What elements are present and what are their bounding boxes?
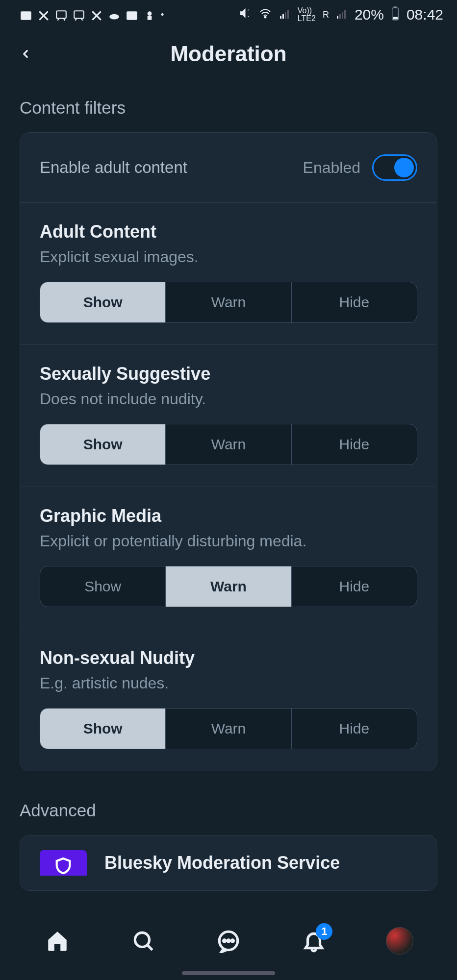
filter-graphic-media: Graphic Media Explicit or potentially di… <box>20 487 437 629</box>
battery-icon <box>391 6 400 24</box>
filter-sexually-suggestive: Sexually Suggestive Does not include nud… <box>20 345 437 487</box>
filter-adult-content: Adult Content Explicit sexual images. Sh… <box>20 203 437 345</box>
section-heading-advanced: Advanced <box>20 801 437 820</box>
nav-home[interactable] <box>43 926 72 956</box>
home-indicator[interactable] <box>182 971 275 975</box>
notification-badge: 1 <box>316 923 332 940</box>
section-heading-content-filters: Content filters <box>20 98 437 118</box>
filter-title: Graphic Media <box>40 506 417 526</box>
seg-warn[interactable]: Warn <box>166 282 291 322</box>
webtoon-icon-2 <box>126 9 138 20</box>
x-app-icon-2 <box>90 9 103 20</box>
filter-desc: Explicit or potentially disturbing media… <box>40 532 417 550</box>
filter-desc: Does not include nudity. <box>40 390 417 408</box>
mute-icon <box>239 6 252 23</box>
nav-profile[interactable] <box>385 926 414 956</box>
status-bar: • Vo))LTE2 R 20% 08:42 <box>0 0 457 29</box>
content-filters-card: Enable adult content Enabled Adult Conte… <box>20 132 437 771</box>
seg-warn[interactable]: Warn <box>166 566 291 607</box>
content: Content filters Enable adult content Ena… <box>0 78 457 891</box>
nav-chat[interactable] <box>214 926 243 956</box>
svg-point-3 <box>109 14 119 20</box>
filter-title: Non-sexual Nudity <box>40 648 417 668</box>
more-dot-icon: • <box>161 10 164 20</box>
svg-point-5 <box>148 11 152 16</box>
svg-point-18 <box>135 932 149 947</box>
svg-point-6 <box>264 17 266 18</box>
svg-rect-14 <box>344 10 346 19</box>
svg-rect-8 <box>282 14 284 19</box>
seg-hide[interactable]: Hide <box>292 709 417 749</box>
clock: 08:42 <box>406 6 443 23</box>
advanced-section: Advanced Bluesky Moderation Service <box>20 801 437 891</box>
status-right: Vo))LTE2 R 20% 08:42 <box>239 6 443 24</box>
bluesky-moderation-service-row[interactable]: Bluesky Moderation Service <box>20 835 437 891</box>
svg-rect-13 <box>342 12 343 19</box>
segmented-control: Show Warn Hide <box>40 282 417 323</box>
signal-icon-2 <box>336 6 348 23</box>
filter-desc: Explicit sexual images. <box>40 248 417 266</box>
svg-rect-10 <box>287 10 289 19</box>
svg-rect-12 <box>339 14 341 19</box>
battery-pct: 20% <box>355 6 384 23</box>
network-label: Vo))LTE2 <box>298 7 316 23</box>
seg-show[interactable]: Show <box>40 282 166 322</box>
wifi-icon <box>258 6 272 23</box>
seg-show[interactable]: Show <box>40 709 166 749</box>
enable-adult-content-label: Enable adult content <box>40 158 187 177</box>
signal-icon <box>279 6 291 23</box>
filter-desc: E.g. artistic nudes. <box>40 674 417 692</box>
segmented-control: Show Warn Hide <box>40 708 417 749</box>
advanced-item-title: Bluesky Moderation Service <box>104 853 340 873</box>
twitch-icon-2 <box>73 9 85 20</box>
seg-hide[interactable]: Hide <box>292 282 417 322</box>
filter-title: Adult Content <box>40 221 417 242</box>
enable-status-text: Enabled <box>303 159 360 177</box>
seg-warn[interactable]: Warn <box>166 424 291 465</box>
nav-notifications[interactable]: 1 <box>299 926 329 956</box>
svg-rect-11 <box>337 16 338 19</box>
svg-point-23 <box>231 940 233 942</box>
webtoon-icon <box>20 9 32 20</box>
seg-hide[interactable]: Hide <box>292 424 417 465</box>
page-title: Moderation <box>170 42 286 66</box>
enable-right: Enabled <box>303 154 417 181</box>
toggle-knob <box>394 158 414 177</box>
app-icon <box>143 9 156 20</box>
back-button[interactable] <box>15 43 36 65</box>
x-app-icon <box>37 9 50 20</box>
svg-rect-9 <box>285 12 286 19</box>
enable-adult-content-toggle[interactable] <box>372 154 417 181</box>
svg-rect-16 <box>394 6 396 8</box>
svg-point-21 <box>224 940 226 942</box>
page-header: Moderation <box>0 29 457 78</box>
seg-hide[interactable]: Hide <box>292 566 417 607</box>
seg-warn[interactable]: Warn <box>166 709 291 749</box>
filter-title: Sexually Suggestive <box>40 364 417 384</box>
svg-rect-0 <box>21 11 31 20</box>
enable-adult-content-row: Enable adult content Enabled <box>20 133 437 203</box>
nav-search[interactable] <box>128 926 158 956</box>
seg-show[interactable]: Show <box>40 424 166 465</box>
svg-rect-2 <box>74 11 84 18</box>
seg-show[interactable]: Show <box>40 566 166 607</box>
svg-rect-17 <box>393 17 398 19</box>
svg-rect-7 <box>280 16 281 19</box>
twitch-icon <box>55 9 68 20</box>
avatar <box>386 927 413 955</box>
segmented-control: Show Warn Hide <box>40 566 417 607</box>
svg-line-19 <box>147 945 152 950</box>
roaming-label: R <box>323 10 329 20</box>
bottom-nav: 1 <box>0 916 457 980</box>
shield-icon <box>40 850 87 876</box>
svg-rect-4 <box>127 11 137 20</box>
segmented-control: Show Warn Hide <box>40 424 417 465</box>
cloud-icon <box>108 9 121 20</box>
svg-point-22 <box>228 940 229 942</box>
svg-rect-1 <box>56 11 66 18</box>
status-left: • <box>20 9 164 20</box>
filter-nonsexual-nudity: Non-sexual Nudity E.g. artistic nudes. S… <box>20 629 437 771</box>
